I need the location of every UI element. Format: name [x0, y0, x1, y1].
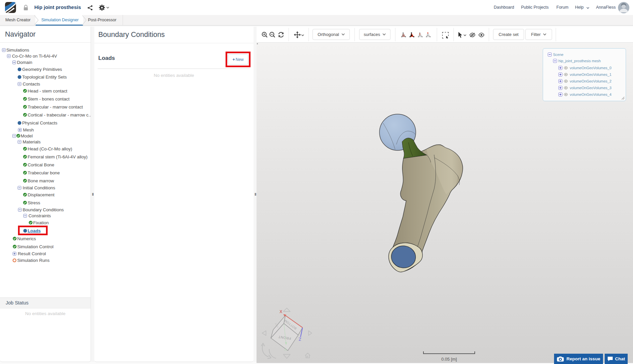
svg-text:X: X [280, 309, 283, 314]
svg-text:Z: Z [299, 337, 301, 341]
svg-text:Y: Y [284, 347, 287, 351]
